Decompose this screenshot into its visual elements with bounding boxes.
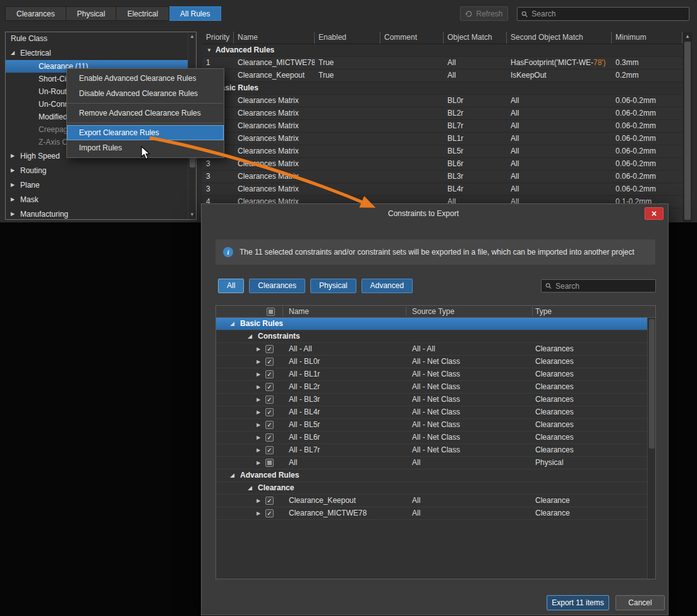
table-row[interactable]: 3Clearances MatrixBL2rAll0.06-0.2mm <box>202 107 682 120</box>
group-row-basic-rules[interactable]: ◢Basic Rules <box>216 318 647 330</box>
expand-icon[interactable]: ▶ <box>257 419 260 431</box>
tree-item-electrical[interactable]: ◢Electrical <box>6 45 188 60</box>
tree-item-plane[interactable]: ▶Plane <box>6 178 188 192</box>
group-row-advanced-rules[interactable]: ◢Advanced Rules <box>216 469 647 482</box>
menu-item-remove-advanced-clearance-rules[interactable]: Remove Advanced Clearance Rules <box>67 106 224 121</box>
subgroup-row-constraints[interactable]: ◢Constraints <box>216 330 647 343</box>
column-header-name[interactable]: Name <box>289 306 309 318</box>
expand-icon[interactable]: ▶ <box>257 507 260 519</box>
scroll-up-icon[interactable]: ▲ <box>683 33 692 40</box>
scrollbar-thumb[interactable] <box>684 42 691 220</box>
scroll-down-icon[interactable]: ▼ <box>188 211 196 219</box>
tree-item-routing[interactable]: ▶Routing <box>6 163 188 178</box>
checkbox[interactable]: ✓ <box>265 421 274 429</box>
constraint-row[interactable]: ▶✓All - BL0rAll - Net ClassClearances <box>216 356 647 368</box>
column-header-name[interactable]: Name <box>234 32 315 44</box>
column-header-minimum[interactable]: Minimum <box>612 32 682 44</box>
column-header-object-match[interactable]: Object Match <box>444 32 507 44</box>
table-row[interactable]: 3Clearances MatrixBL4rAll0.06-0.2mm <box>202 183 682 196</box>
expand-icon[interactable]: ▶ <box>257 343 260 355</box>
constraint-row[interactable]: ▶✓All - BL1rAll - Net ClassClearances <box>216 368 647 381</box>
menu-item-enable-advanced-clearance-rules[interactable]: Enable Advanced Clearance Rules <box>67 71 224 86</box>
constraint-row[interactable]: ▶✓All - AllAll - AllClearances <box>216 343 647 356</box>
menu-item-export-clearance-rules[interactable]: Export Clearance Rules <box>67 125 224 140</box>
checkbox[interactable]: ✓ <box>265 509 274 517</box>
expand-icon[interactable]: ▶ <box>257 444 260 456</box>
checkbox[interactable]: ✓ <box>265 345 274 353</box>
column-header-type[interactable]: Type <box>535 306 552 318</box>
expand-icon[interactable]: ▶ <box>257 356 260 368</box>
tree-item-mask[interactable]: ▶Mask <box>6 192 188 207</box>
expand-icon[interactable]: ▶ <box>257 381 260 393</box>
checkbox[interactable]: ✓ <box>265 358 274 366</box>
checkbox[interactable]: ✓ <box>265 383 274 391</box>
cancel-button[interactable]: Cancel <box>615 595 665 610</box>
constraint-row[interactable]: ▶✓All - BL6rAll - Net ClassClearances <box>216 432 647 444</box>
checkbox[interactable] <box>265 459 274 467</box>
menu-item-import-rules[interactable]: Import Rules <box>67 140 224 155</box>
constraint-row[interactable]: ▶✓All - BL7rAll - Net ClassClearances <box>216 444 647 457</box>
tab-electrical[interactable]: Electrical <box>116 6 169 21</box>
expand-icon[interactable]: ▶ <box>257 495 260 507</box>
table-row[interactable]: 3Clearances MatrixBL1rAll0.06-0.2mm <box>202 133 682 145</box>
tab-physical[interactable]: Physical <box>66 6 117 21</box>
table-row[interactable]: 3Clearances MatrixBL3rAll0.06-0.2mm <box>202 171 682 183</box>
table-row[interactable]: 2Clearance_KeepoutTrueAllIsKeepOut0.2mm <box>202 69 682 82</box>
dialog-search-input[interactable] <box>555 282 652 291</box>
expand-icon[interactable]: ▶ <box>257 368 260 380</box>
expand-icon[interactable]: ▶ <box>257 432 260 444</box>
column-header-source-type[interactable]: Source Type <box>412 306 454 318</box>
menu-item-disable-advanced-clearance-rules[interactable]: Disable Advanced Clearance Rules <box>67 86 224 101</box>
table-row[interactable]: 1Clearance_MICTWE78TrueAllHasFootprint('… <box>202 57 682 69</box>
constraint-row[interactable]: ▶✓All - BL3rAll - Net ClassClearances <box>216 394 647 406</box>
tab-all-rules[interactable]: All Rules <box>169 6 221 21</box>
filter-clearances[interactable]: Clearances <box>249 279 305 293</box>
export-table-scrollbar[interactable] <box>647 318 655 579</box>
checkbox[interactable]: ✓ <box>265 446 274 454</box>
select-all-checkbox[interactable] <box>267 308 275 316</box>
table-row[interactable]: 3Clearances MatrixBL0rAll0.06-0.2mm <box>202 95 682 107</box>
checkbox[interactable]: ✓ <box>265 370 274 378</box>
window-search-input[interactable] <box>531 9 685 18</box>
refresh-button[interactable]: Refresh <box>460 6 508 21</box>
info-text: The 11 selected constraints and/or const… <box>239 248 634 257</box>
rules-group-row[interactable]: ▼Basic Rules <box>202 82 682 95</box>
close-icon: × <box>652 208 657 219</box>
subgroup-row-clearance[interactable]: ◢Clearance <box>216 482 647 495</box>
export-items-button[interactable]: Export 11 items <box>547 595 609 610</box>
column-header-second-object-match[interactable]: Second Object Match <box>507 32 612 44</box>
filter-advanced[interactable]: Advanced <box>361 279 413 293</box>
constraint-row[interactable]: ▶✓All - BL2rAll - Net ClassClearances <box>216 381 647 394</box>
table-row[interactable]: 3Clearances MatrixBL6rAll0.06-0.2mm <box>202 158 682 171</box>
dialog-search-box[interactable] <box>541 279 656 293</box>
filter-bar: AllClearancesPhysicalAdvanced <box>218 279 413 293</box>
scroll-up-icon[interactable]: ▲ <box>188 33 196 40</box>
expand-icon[interactable]: ▶ <box>257 394 260 406</box>
checkbox[interactable]: ✓ <box>265 433 274 442</box>
expand-icon[interactable]: ▶ <box>257 406 260 418</box>
rules-table-scrollbar[interactable]: ▲ <box>683 32 692 222</box>
table-row[interactable]: 3Clearances MatrixBL5rAll0.06-0.2mm <box>202 145 682 158</box>
expand-icon[interactable]: ▶ <box>257 457 260 469</box>
constraint-row[interactable]: ▶✓All - BL5rAll - Net ClassClearances <box>216 419 647 432</box>
tab-clearances[interactable]: Clearances <box>5 6 66 21</box>
column-header-enabled[interactable]: Enabled <box>315 32 380 44</box>
close-button[interactable]: × <box>645 207 664 220</box>
constraint-row[interactable]: ▶✓All - BL4rAll - Net ClassClearances <box>216 406 647 419</box>
rules-group-row[interactable]: ▼Advanced Rules <box>202 44 682 57</box>
cell-object-match: BL0r <box>444 95 507 107</box>
constraint-row[interactable]: ▶AllAllPhysical <box>216 457 647 469</box>
tree-item-manufacturing[interactable]: ▶Manufacturing <box>6 207 188 219</box>
filter-physical[interactable]: Physical <box>310 279 356 293</box>
column-header-priority[interactable]: Priority <box>202 32 234 44</box>
scrollbar-thumb[interactable] <box>649 319 655 449</box>
checkbox[interactable]: ✓ <box>265 497 274 505</box>
table-row[interactable]: 3Clearances MatrixBL7rAll0.06-0.2mm <box>202 120 682 133</box>
filter-all[interactable]: All <box>218 279 244 293</box>
window-search-box[interactable] <box>517 7 689 21</box>
checkbox[interactable]: ✓ <box>265 396 274 404</box>
column-header-comment[interactable]: Comment <box>380 32 444 44</box>
constraint-row[interactable]: ▶✓Clearance_MICTWE78AllClearance <box>216 507 647 520</box>
constraint-row[interactable]: ▶✓Clearance_KeepoutAllClearance <box>216 495 647 507</box>
checkbox[interactable]: ✓ <box>265 408 274 416</box>
